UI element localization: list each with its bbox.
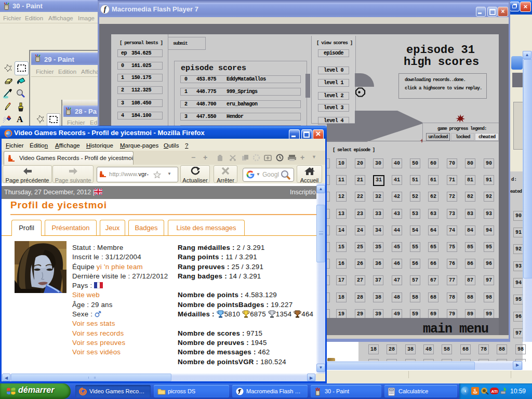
svg-text:ATI: ATI [491,389,498,394]
